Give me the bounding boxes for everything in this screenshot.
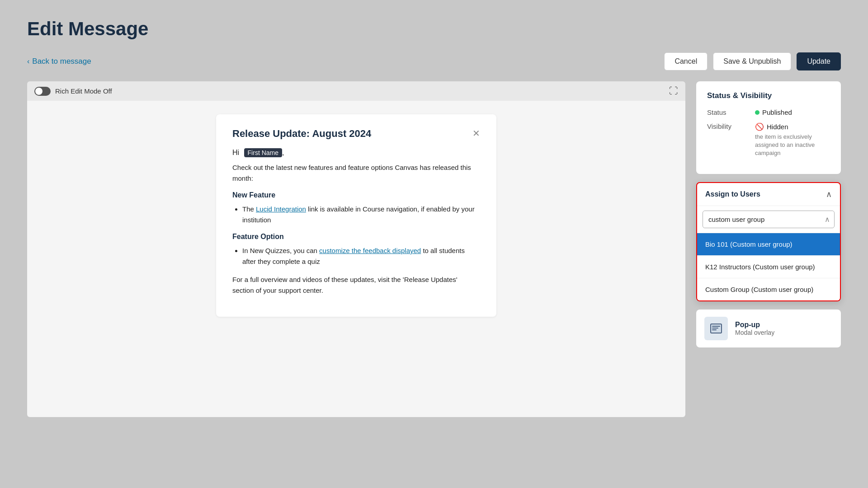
visibility-main: 🚫 Hidden bbox=[755, 122, 830, 131]
back-to-message-link[interactable]: ‹ Back to message bbox=[27, 57, 91, 66]
visibility-sub: the item is exclusively assigned to an i… bbox=[755, 133, 830, 158]
editor-section: Rich Edit Mode Off ⛶ Release Update: Aug… bbox=[27, 81, 685, 417]
popup-text: Pop-up Modal overlay bbox=[735, 321, 774, 336]
status-value: Published bbox=[755, 108, 792, 116]
chevron-left-icon: ‹ bbox=[27, 57, 29, 66]
assign-search-input[interactable] bbox=[703, 211, 835, 228]
status-label: Status bbox=[707, 108, 748, 116]
assign-to-users-panel: Assign to Users ∧ ∧ Bio 101 (Custom user… bbox=[696, 182, 841, 301]
editor-body: Release Update: August 2024 ✕ Hi First N… bbox=[27, 101, 685, 417]
popup-icon bbox=[704, 317, 728, 340]
visibility-value: 🚫 Hidden the item is exclusively assigne… bbox=[755, 122, 830, 158]
message-card-header: Release Update: August 2024 ✕ bbox=[232, 128, 480, 140]
svg-rect-3 bbox=[712, 329, 717, 330]
assign-header: Assign to Users ∧ bbox=[697, 183, 840, 206]
close-icon[interactable]: ✕ bbox=[472, 128, 480, 139]
section2-list: In New Quizzes, you can customize the fe… bbox=[232, 245, 480, 267]
assign-chevron-up-icon[interactable]: ∧ bbox=[826, 189, 832, 199]
assign-dropdown-list: Bio 101 (Custom user group) K12 Instruct… bbox=[697, 233, 840, 300]
message-card-title: Release Update: August 2024 bbox=[232, 128, 371, 140]
popup-title: Pop-up bbox=[735, 321, 774, 329]
dropdown-item-k12[interactable]: K12 Instructors (Custom user group) bbox=[697, 256, 840, 278]
status-visibility-title: Status & Visibility bbox=[707, 91, 830, 100]
rich-edit-toggle[interactable] bbox=[34, 87, 51, 96]
rich-edit-label: Rich Edit Mode Off bbox=[55, 87, 112, 95]
main-content: Rich Edit Mode Off ⛶ Release Update: Aug… bbox=[27, 81, 841, 417]
message-footer: For a full overview and videos of these … bbox=[232, 274, 480, 296]
visibility-text: Hidden bbox=[767, 123, 788, 131]
visibility-label: Visibility bbox=[707, 122, 748, 130]
assign-search: ∧ bbox=[697, 206, 840, 233]
popup-subtitle: Modal overlay bbox=[735, 329, 774, 336]
save-unpublish-button[interactable]: Save & Unpublish bbox=[713, 52, 791, 70]
popup-panel: Pop-up Modal overlay bbox=[696, 310, 841, 347]
top-bar: ‹ Back to message Cancel Save & Unpublis… bbox=[27, 52, 841, 70]
dropdown-item-custom-group[interactable]: Custom Group (Custom user group) bbox=[697, 278, 840, 300]
expand-icon[interactable]: ⛶ bbox=[669, 86, 678, 96]
message-card: Release Update: August 2024 ✕ Hi First N… bbox=[216, 114, 496, 317]
message-body: Check out the latest new features and fe… bbox=[232, 162, 480, 184]
section1-title: New Feature bbox=[232, 191, 480, 199]
rich-edit-left: Rich Edit Mode Off bbox=[34, 87, 112, 96]
svg-rect-2 bbox=[712, 328, 718, 328]
first-name-tag: First Name bbox=[244, 148, 282, 157]
status-text: Published bbox=[762, 108, 792, 116]
sidebar: Status & Visibility Status Published Vis… bbox=[696, 81, 841, 417]
top-action-buttons: Cancel Save & Unpublish Update bbox=[664, 52, 841, 70]
rich-edit-bar: Rich Edit Mode Off ⛶ bbox=[27, 81, 685, 101]
list-item: In New Quizzes, you can customize the fe… bbox=[242, 245, 480, 267]
section1-list: The Lucid Integration link is available … bbox=[232, 204, 480, 225]
popup-svg-icon bbox=[709, 322, 723, 335]
feedback-link[interactable]: customize the feedback displayed bbox=[319, 247, 421, 254]
status-visibility-panel: Status & Visibility Status Published Vis… bbox=[696, 81, 841, 174]
svg-rect-1 bbox=[712, 326, 720, 327]
dropdown-item-bio101[interactable]: Bio 101 (Custom user group) bbox=[697, 233, 840, 256]
status-row: Status Published bbox=[707, 108, 830, 116]
back-link-label: Back to message bbox=[32, 57, 91, 66]
visibility-row: Visibility 🚫 Hidden the item is exclusiv… bbox=[707, 122, 830, 158]
page-title: Edit Message bbox=[27, 18, 841, 40]
status-dot-icon bbox=[755, 110, 760, 115]
lucid-integration-link[interactable]: Lucid Integration bbox=[256, 205, 306, 213]
update-button[interactable]: Update bbox=[797, 52, 841, 70]
eye-off-icon: 🚫 bbox=[755, 122, 764, 131]
assign-title: Assign to Users bbox=[705, 190, 760, 198]
greeting-text: Hi bbox=[232, 149, 239, 156]
message-greeting: Hi First Name, bbox=[232, 149, 480, 157]
list-item: The Lucid Integration link is available … bbox=[242, 204, 480, 225]
cancel-button[interactable]: Cancel bbox=[664, 52, 708, 70]
section2-title: Feature Option bbox=[232, 233, 480, 241]
